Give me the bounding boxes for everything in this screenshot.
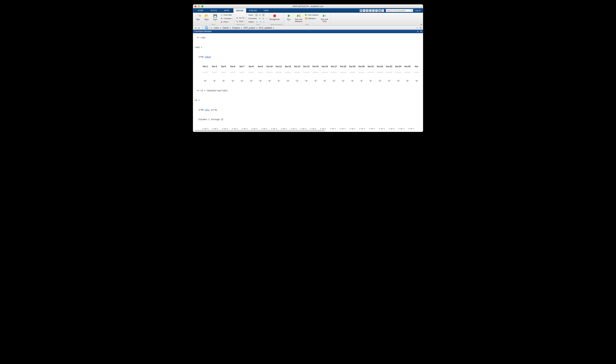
svg-marker-2	[288, 14, 290, 17]
undo-icon[interactable]: ↶	[372, 9, 375, 12]
print-button[interactable]: 🖨 Print ▾	[220, 20, 233, 23]
group-navigate: ➦ Go To ▾ 🔍 Find ▾ NAVIGATE	[234, 13, 247, 26]
layout-icon[interactable]: ▦	[378, 9, 381, 12]
doc-search-input[interactable]	[386, 9, 413, 12]
cell-row: {'0'}{'0'}{'0'}{'0'}{'0'}{'0'}{'0'}{'0'}…	[195, 128, 421, 130]
run-button[interactable]: Run▾	[285, 13, 293, 22]
table-link[interactable]: table	[205, 56, 211, 58]
tab-publish[interactable]: PUBLISH	[246, 8, 259, 13]
doc-search	[386, 9, 413, 12]
back-button[interactable]: ◀	[194, 26, 197, 29]
tab-editor[interactable]: EDITOR	[233, 8, 246, 13]
command-window[interactable]: >> row1 row1 = 1×40 table Var3Var4Var5Va…	[193, 33, 423, 130]
main-tab-strip: HOME PLOTS APPS EDITOR PUBLISH VIEW 💾 ✂ …	[193, 8, 423, 13]
minimize-icon[interactable]	[198, 5, 200, 7]
help-icon[interactable]: ?	[381, 9, 384, 12]
group-file: 📄✚ New▾ 📂 Open▾ 💾 Save▾ 🔍 Find Files	[193, 13, 234, 26]
copy-icon[interactable]: ⧉	[366, 9, 369, 12]
breakpoints-button[interactable]: Breakpoints▾	[271, 13, 279, 22]
group-label-file: FILE	[194, 24, 233, 26]
run-and-advance-button[interactable]: Run and Advance	[294, 13, 304, 23]
chevron-right-icon[interactable]: ▶	[230, 27, 231, 29]
output-line: 1×40 table	[195, 56, 421, 58]
browse-folder-button[interactable]	[205, 26, 208, 29]
insert-more-icon: ▾	[262, 13, 265, 16]
insert-section-icon: ▭	[255, 13, 258, 16]
open-button[interactable]: 📂 Open▾	[203, 13, 211, 22]
close-icon[interactable]	[194, 5, 196, 7]
tab-plots[interactable]: PLOTS	[207, 8, 220, 13]
save-icon[interactable]: 💾	[360, 9, 362, 12]
indent-button[interactable]: Indent ⇤ ⇥ ≡	[248, 20, 269, 23]
find-button[interactable]: 🔍 Find ▾	[235, 20, 246, 23]
chevron-right-icon[interactable]: ▶	[256, 27, 258, 29]
find-icon: 🔍	[236, 20, 238, 23]
cut-icon[interactable]: ✂	[363, 9, 365, 12]
svg-rect-7	[305, 17, 306, 19]
find-files-button[interactable]: 🔍 Find Files	[220, 13, 233, 16]
goto-icon: ➦	[236, 16, 238, 19]
command-window-tools: ⊙ ⊞	[416, 30, 422, 33]
svg-rect-6	[307, 14, 307, 16]
comment-button[interactable]: Comment % ‰ ⤾	[248, 17, 269, 20]
insert-button[interactable]: Insert ▭ fx ▾	[248, 13, 269, 16]
toolstrip-collapse-button[interactable]	[420, 24, 422, 26]
comment-remove-icon: ‰	[262, 17, 265, 20]
login-link[interactable]: Log In	[414, 9, 421, 12]
horizontal-scrollbar-thumb[interactable]	[194, 130, 325, 131]
folder-icon	[205, 27, 208, 29]
find-files-icon: 🔍	[220, 13, 223, 16]
new-button[interactable]: 📄✚ New▾	[194, 13, 202, 22]
tab-apps[interactable]: APPS	[220, 8, 233, 13]
crumb-hrv[interactable]: HRV_project	[243, 26, 256, 29]
chevron-right-icon[interactable]: ▶	[241, 27, 243, 29]
crumb-root[interactable]: /	[209, 26, 211, 29]
path-search-button[interactable]	[419, 26, 422, 29]
path-dropdown-button[interactable]: ▾	[415, 26, 419, 29]
svg-marker-9	[323, 14, 325, 17]
forward-button[interactable]: ▶	[197, 26, 201, 29]
command-window-title: Command Window	[194, 30, 416, 33]
run-section-button[interactable]: Run Section	[305, 13, 319, 16]
indent-left-icon: ⇤	[256, 20, 258, 23]
chevron-right-icon[interactable]: ▶	[273, 27, 274, 29]
print-icon: 🖨	[220, 20, 223, 23]
tab-view[interactable]: VIEW	[259, 8, 273, 13]
compare-button[interactable]: ⧉ Compare ▾	[220, 17, 233, 20]
svg-line-1	[412, 11, 412, 11]
panel-layout-button[interactable]: ⊞	[420, 30, 422, 33]
group-label-navigate: NAVIGATE	[235, 24, 246, 26]
save-button[interactable]: 💾 Save▾	[211, 13, 219, 22]
panel-menu-button[interactable]: ⊙	[417, 30, 419, 33]
command-window-header: Command Window ⊙ ⊞	[193, 30, 423, 33]
svg-point-0	[411, 10, 412, 11]
output-line: c1 =	[195, 99, 421, 102]
redo-icon[interactable]: ↷	[375, 9, 378, 12]
output-line: Columns 1 through 22	[195, 118, 421, 121]
toolstrip: 📄✚ New▾ 📂 Open▾ 💾 Save▾ 🔍 Find Files	[193, 13, 423, 26]
chevron-right-icon[interactable]: ▶	[220, 27, 222, 29]
zoom-icon[interactable]	[201, 5, 203, 7]
goto-button[interactable]: ➦ Go To ▾	[235, 16, 246, 19]
output-line: row1 =	[195, 46, 421, 49]
crumb-ecg[interactable]: ECG_updated	[258, 26, 273, 29]
up-folder-button[interactable]: ⤴	[201, 26, 204, 29]
run-and-time-button[interactable]: Run and Time	[320, 13, 329, 23]
table-underline-row: ________________________________________…	[195, 70, 421, 73]
current-folder-bar: ◀ ▶ ⤴ /▶ Users▶ Daniel▶ Dropbox▶ HRV_pro…	[193, 26, 423, 30]
svg-rect-4	[299, 15, 300, 17]
run-section-icon	[305, 13, 308, 16]
chevron-right-icon[interactable]: ▶	[211, 27, 213, 29]
app-window: MATLAB R2017b - academic use HOME PLOTS …	[193, 4, 423, 132]
search-icon[interactable]	[411, 9, 412, 11]
horizontal-scrollbar-track[interactable]	[193, 130, 423, 132]
advance-button[interactable]: Advance	[305, 17, 319, 20]
crumb-users[interactable]: Users	[213, 26, 220, 29]
crumb-daniel[interactable]: Daniel	[222, 26, 229, 29]
indent-right-icon: ⇥	[259, 20, 262, 23]
crumb-dropbox[interactable]: Dropbox	[231, 26, 241, 29]
paste-icon[interactable]: 📋	[369, 9, 372, 12]
tab-home[interactable]: HOME	[194, 8, 207, 13]
top-right-tools: 💾 ✂ ⧉ 📋 ↶ ↷ ▦ ? Log In	[359, 8, 423, 13]
cell-link[interactable]: cell	[205, 109, 210, 111]
